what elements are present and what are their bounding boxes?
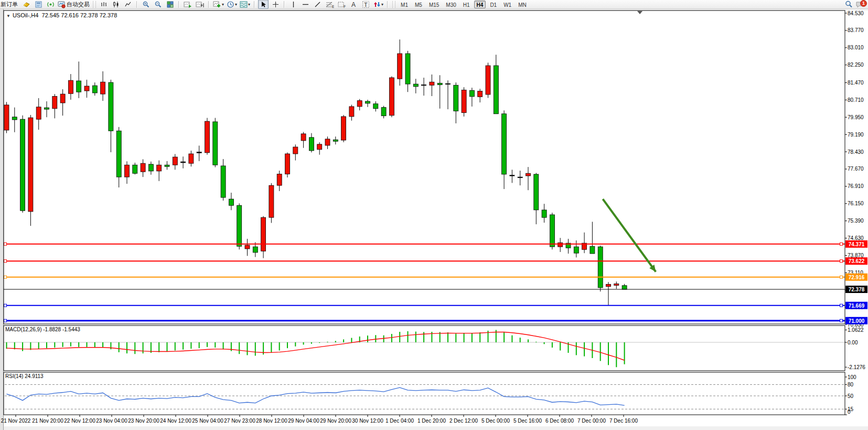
macd-bar	[46, 342, 47, 348]
time-axis-label: 2 Dec 12:00	[449, 418, 478, 424]
cursor-tool[interactable]	[258, 0, 269, 9]
line-handle[interactable]	[4, 243, 7, 245]
macd-bar	[544, 342, 545, 344]
price-axis-label: 82.250	[848, 62, 864, 68]
mt4-window: 新订单 自动交易	[0, 0, 868, 430]
price-axis-label: 83.010	[848, 45, 864, 50]
text-tool[interactable]: A	[348, 0, 359, 9]
candle	[52, 96, 57, 108]
chevron-down-icon[interactable]: ▾	[248, 2, 250, 7]
data-window-icon[interactable]	[33, 0, 44, 9]
arrows-tool[interactable]: ▾	[372, 0, 384, 9]
timeframe-w1[interactable]: W1	[501, 1, 514, 8]
line-handle[interactable]	[4, 260, 7, 263]
autotrading-button[interactable]: 自动交易	[57, 0, 90, 9]
macd-bar	[239, 342, 240, 354]
candle	[237, 205, 242, 246]
timeframe-m5[interactable]: M5	[412, 1, 425, 8]
candle	[4, 105, 9, 130]
line-handle[interactable]	[4, 276, 7, 278]
channel-tool[interactable]: F	[336, 0, 347, 9]
zoom-in-icon[interactable]	[141, 0, 151, 9]
candle	[622, 286, 627, 289]
line-handle[interactable]	[840, 243, 843, 245]
chart-title: ▼USOil-,H4 72.545 72.616 72.378 72.378	[6, 12, 117, 18]
period-icon[interactable]: ▾	[226, 0, 238, 9]
line-chart-icon[interactable]	[123, 0, 133, 9]
chevron-down-icon[interactable]: ▾	[222, 2, 224, 7]
timeframe-h4[interactable]: H4	[474, 1, 486, 8]
new-order-button[interactable]: 新订单	[0, 1, 19, 8]
time-axis-label: 29 Nov 20:00	[320, 418, 351, 424]
horizontal-line-tool[interactable]	[300, 0, 310, 9]
macd-bar	[616, 342, 617, 367]
candle	[518, 177, 522, 177]
chart-canvas[interactable]: 84.53083.77083.01082.25081.47080.71079.9…	[0, 0, 868, 430]
fibonacci-tool[interactable]: E	[324, 0, 335, 9]
macd-bar	[143, 342, 144, 353]
line-handle[interactable]	[840, 260, 843, 263]
macd-bar	[311, 342, 312, 344]
line-handle[interactable]	[840, 304, 843, 307]
candle	[349, 107, 354, 117]
chevron-down-icon[interactable]: ▾	[381, 2, 383, 7]
candle	[526, 173, 531, 176]
macd-bar	[110, 342, 111, 349]
macd-bar	[391, 334, 392, 342]
timeframe-mn[interactable]: MN	[516, 1, 529, 8]
navigator-icon[interactable]	[45, 0, 56, 9]
candle	[373, 104, 378, 109]
candle	[550, 215, 554, 247]
time-axis-label: 6 Dec 08:00	[545, 418, 574, 424]
candle	[92, 86, 97, 93]
new-chart-icon[interactable]: ▾	[212, 0, 224, 9]
line-handle[interactable]	[4, 319, 7, 322]
candle	[446, 83, 451, 84]
price-axis-label: 83.770	[848, 27, 864, 33]
candle	[357, 101, 362, 107]
timeframe-d1[interactable]: D1	[487, 1, 499, 8]
market-watch-icon[interactable]	[21, 0, 31, 9]
candle	[205, 121, 210, 153]
timeframe-m1[interactable]: M1	[398, 1, 411, 8]
candlestick-chart-icon[interactable]	[111, 0, 121, 9]
line-handle[interactable]	[4, 304, 7, 307]
zoom-out-icon[interactable]	[153, 0, 163, 9]
macd-bar	[367, 335, 368, 342]
time-axis-label: 21 Nov 2022	[1, 418, 31, 424]
line-handle[interactable]	[840, 319, 843, 322]
timeframe-m30[interactable]: M30	[443, 1, 458, 8]
svg-text:72.378: 72.378	[849, 287, 865, 292]
chevron-down-icon[interactable]: ▾	[235, 2, 237, 7]
candle	[301, 134, 306, 141]
tile-windows-icon[interactable]	[165, 0, 175, 9]
candle	[101, 82, 105, 94]
macd-bar	[134, 342, 135, 354]
line-handle[interactable]	[840, 276, 843, 278]
templates-icon[interactable]: ▾	[239, 0, 251, 9]
candle	[430, 82, 434, 85]
auto-scroll-icon[interactable]	[183, 0, 193, 9]
candle	[285, 154, 290, 174]
bar-chart-icon[interactable]	[99, 0, 109, 9]
macd-bar	[552, 342, 553, 348]
timeframe-h1[interactable]: H1	[460, 1, 473, 8]
candle	[36, 107, 41, 119]
search-icon[interactable]	[843, 0, 854, 9]
macd-bar	[447, 332, 448, 342]
rsi-axis-label: 0	[848, 409, 851, 415]
window-edge	[0, 9, 3, 430]
text-label-tool[interactable]: T	[360, 0, 371, 9]
candle	[245, 245, 250, 249]
one-click-trading-toggle[interactable]: ▼	[6, 14, 10, 18]
crosshair-tool[interactable]	[270, 0, 281, 9]
notifications-button[interactable]: 1	[855, 0, 867, 8]
notification-count-badge: 1	[860, 0, 867, 7]
rsi-indicator-label: RSI(14) 24.9113	[5, 373, 44, 379]
candle	[413, 84, 418, 87]
vertical-line-tool[interactable]	[288, 0, 298, 9]
chart-shift-icon[interactable]	[195, 0, 205, 9]
candle	[165, 165, 169, 166]
timeframe-m15[interactable]: M15	[426, 1, 442, 8]
trendline-tool[interactable]	[312, 0, 323, 9]
